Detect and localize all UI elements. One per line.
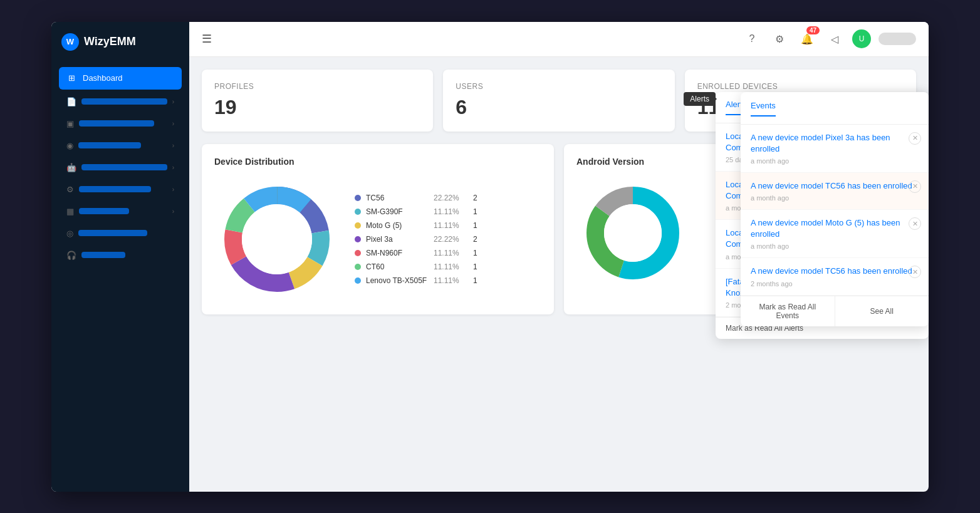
help-icon-button[interactable]: ?	[742, 29, 762, 49]
app-window: W WizyEMM ⊞ Dashboard 📄 › ▣ › ◉	[51, 22, 929, 492]
event-item-4[interactable]: A new device model TC56 has been enrolle…	[741, 258, 929, 295]
dashboard-icon: ⊞	[66, 73, 76, 83]
legend-dot	[355, 222, 361, 229]
legend-pct: 11.11%	[434, 262, 468, 271]
event-item-3[interactable]: A new device model Moto G (5) has been e…	[741, 210, 929, 258]
messages-icon-button[interactable]: ◁	[825, 29, 845, 49]
sidebar-item-system[interactable]: ◎	[59, 224, 182, 243]
legend-count: 2	[473, 194, 477, 202]
event-title-4: A new device model TC56 has been enrolle…	[751, 266, 919, 277]
legend-pct: 22.22%	[434, 235, 468, 244]
events-panel-header: Events	[741, 92, 929, 125]
legend-dot	[355, 195, 361, 201]
event-close-4[interactable]: ✕	[909, 266, 921, 278]
android-version-donut	[576, 177, 689, 289]
legend-pct: 11.11%	[434, 276, 468, 285]
legend-name: CT60	[366, 262, 429, 271]
notification-count-badge: 47	[806, 26, 820, 34]
sidebar-item-support[interactable]: 🎧	[59, 246, 182, 265]
legend-pct: 11.11%	[434, 207, 468, 216]
sidebar-item-label: Dashboard	[83, 73, 123, 83]
message-icon: ◁	[831, 33, 838, 45]
event-close-1[interactable]: ✕	[909, 132, 921, 145]
help-icon: ?	[749, 33, 755, 44]
nav-bar-reports	[79, 208, 129, 214]
bell-icon: 🔔	[801, 33, 813, 45]
users-label: Users	[456, 82, 662, 91]
legend-pct: 11.11%	[434, 221, 468, 230]
legend-dot	[355, 264, 361, 270]
enrolled-devices-label: Enrolled Devices	[697, 82, 904, 91]
event-item-1[interactable]: A new device model Pixel 3a has been enr…	[741, 125, 929, 173]
profiles-card: Profiles 19	[202, 70, 433, 132]
donut-container: TC56 22.22% 2 SM-G390F 11.11% 1	[214, 177, 541, 302]
event-title-2: A new device model TC56 has been enrolle…	[751, 180, 919, 192]
legend-count: 1	[473, 221, 477, 230]
users-card: Users 6	[443, 70, 674, 132]
event-time-1: a month ago	[751, 157, 919, 165]
legend-item-pixel3a: Pixel 3a 22.22% 2	[355, 235, 477, 244]
legend-item-smn960f: SM-N960F 11.11% 1	[355, 249, 477, 257]
user-avatar[interactable]: U	[852, 29, 871, 48]
event-time-3: a month ago	[751, 242, 919, 250]
profiles-value: 19	[214, 96, 420, 119]
legend-item-motog5: Moto G (5) 11.11% 1	[355, 221, 477, 230]
device-distribution-card: Device Distribution	[202, 144, 554, 314]
settings-icon-button[interactable]: ⚙	[769, 29, 790, 49]
legend-pct: 11.11%	[434, 249, 468, 257]
legend-count: 1	[473, 276, 477, 285]
header: ☰ ? ⚙ 🔔 47 ◁ U	[189, 22, 929, 57]
event-item-2[interactable]: A new device model TC56 has been enrolle…	[741, 173, 929, 210]
event-close-2[interactable]: ✕	[909, 180, 921, 193]
legend-name: Moto G (5)	[366, 221, 429, 230]
nav-bar-location	[78, 142, 141, 148]
event-close-3[interactable]: ✕	[909, 217, 921, 230]
legend-name: SM-N960F	[366, 249, 429, 257]
events-tab[interactable]: Events	[751, 101, 776, 117]
sidebar-item-devices[interactable]: 📄 ›	[59, 92, 182, 111]
system-icon: ◎	[66, 229, 73, 238]
sidebar: W WizyEMM ⊞ Dashboard 📄 › ▣ › ◉	[51, 22, 189, 492]
events-panel: Events A new device model Pixel 3a has b…	[741, 92, 929, 326]
nav-bar-support	[81, 252, 125, 258]
legend-name: Pixel 3a	[366, 235, 429, 244]
devices-icon: 📄	[66, 97, 76, 106]
legend-name: Lenovo TB-X505F	[366, 276, 429, 285]
policies-icon: 🤖	[66, 163, 76, 172]
notification-bell-button[interactable]: 🔔 47	[797, 29, 817, 49]
gear-icon: ⚙	[775, 33, 784, 45]
legend-item-ct60: CT60 11.11% 1	[355, 262, 477, 271]
events-footer: Mark as Read All Events See All	[741, 296, 929, 326]
see-all-events-button[interactable]: See All	[835, 296, 929, 326]
donut-legend: TC56 22.22% 2 SM-G390F 11.11% 1	[355, 194, 477, 285]
legend-count: 1	[473, 249, 477, 257]
logo-text: WizyEMM	[84, 35, 136, 48]
device-distribution-title: Device Distribution	[214, 157, 541, 167]
event-time-2: a month ago	[751, 194, 919, 202]
location-icon: ◉	[66, 141, 73, 150]
logo-letter: W	[66, 37, 74, 46]
sidebar-item-location[interactable]: ◉ ›	[59, 136, 182, 155]
logo-area: W WizyEMM	[51, 22, 189, 62]
reports-icon: ▦	[66, 207, 74, 216]
mark-read-all-events-button[interactable]: Mark as Read All Events	[741, 296, 835, 326]
donut-chart	[214, 177, 340, 302]
hamburger-icon[interactable]: ☰	[202, 32, 212, 46]
event-time-4: 2 months ago	[751, 280, 919, 288]
chevron-down-icon-3: ›	[172, 142, 174, 149]
legend-dot	[355, 250, 361, 256]
legend-item-smg390f: SM-G390F 11.11% 1	[355, 207, 477, 216]
alerts-tooltip-text: Alerts	[690, 95, 709, 103]
nav-bar-policies	[81, 164, 167, 170]
avatar-letter: U	[859, 34, 865, 43]
chevron-down-icon-6: ›	[172, 208, 174, 215]
nav-bar-apps	[79, 120, 154, 127]
settings-icon: ⚙	[66, 185, 74, 194]
sidebar-item-reports[interactable]: ▦ ›	[59, 202, 182, 221]
sidebar-item-settings[interactable]: ⚙ ›	[59, 180, 182, 199]
alerts-tooltip: Alerts	[684, 92, 716, 106]
sidebar-item-apps[interactable]: ▣ ›	[59, 114, 182, 133]
sidebar-item-policies[interactable]: 🤖 ›	[59, 158, 182, 177]
sidebar-item-dashboard[interactable]: ⊞ Dashboard	[59, 67, 182, 90]
legend-count: 2	[473, 235, 477, 244]
